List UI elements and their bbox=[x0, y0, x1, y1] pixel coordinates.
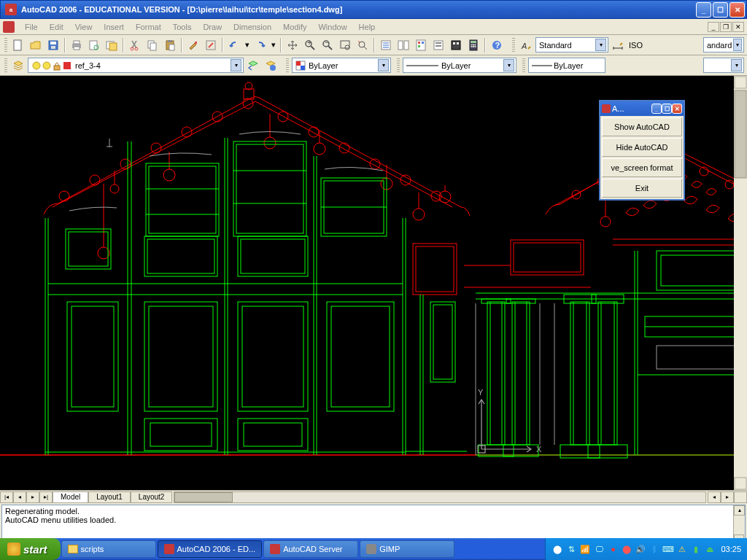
color-combo[interactable]: ByLayer ▾ bbox=[292, 58, 391, 73]
toolbar-grip[interactable] bbox=[4, 58, 7, 73]
menu-file[interactable]: File bbox=[19, 21, 44, 33]
open-button[interactable] bbox=[28, 37, 44, 53]
menu-view[interactable]: View bbox=[69, 21, 98, 33]
tray-volume-icon[interactable]: 🔊 bbox=[635, 543, 646, 555]
tab-layout2[interactable]: Layout2 bbox=[131, 491, 173, 503]
tray-monitor-icon[interactable]: 🖵 bbox=[593, 543, 605, 555]
tray-wifi-icon[interactable]: 📶 bbox=[579, 543, 591, 555]
menu-modify[interactable]: Modify bbox=[277, 21, 312, 33]
start-button[interactable]: start bbox=[0, 538, 61, 560]
dim-style-button[interactable] bbox=[610, 37, 626, 53]
toolbar-grip[interactable] bbox=[512, 38, 515, 52]
taskbar-autocad-server[interactable]: AutoCAD Server bbox=[263, 540, 358, 558]
popup-screen-format[interactable]: ve_screen format bbox=[602, 158, 682, 177]
hscroll-thumb[interactable] bbox=[174, 492, 233, 502]
taskbar-autocad[interactable]: AutoCAD 2006 - ED... bbox=[158, 540, 263, 558]
publish-button[interactable] bbox=[104, 37, 120, 53]
lineweight-combo[interactable]: ByLayer bbox=[528, 58, 605, 73]
layer-combo[interactable]: ref_3-4 ▾ bbox=[28, 58, 244, 73]
toolbar-grip[interactable] bbox=[286, 58, 289, 73]
text-style-button[interactable]: A bbox=[518, 37, 534, 53]
tray-app-icon[interactable]: ● bbox=[607, 543, 619, 555]
layer-states-button[interactable] bbox=[263, 58, 279, 74]
markup-button[interactable] bbox=[448, 37, 464, 53]
print-preview-button[interactable] bbox=[86, 37, 102, 53]
maximize-button[interactable]: ☐ bbox=[713, 2, 728, 18]
linetype-combo[interactable]: ByLayer ▾ bbox=[403, 58, 516, 73]
tray-keyboard-icon[interactable]: ⌨ bbox=[662, 543, 674, 555]
popup-maximize[interactable]: ☐ bbox=[662, 104, 672, 114]
menu-draw[interactable]: Draw bbox=[197, 21, 228, 33]
menu-window[interactable]: Window bbox=[312, 21, 352, 33]
mdi-minimize[interactable]: _ bbox=[708, 22, 719, 32]
sheet-set-button[interactable] bbox=[430, 37, 446, 53]
clock[interactable]: 03:25 bbox=[721, 545, 741, 553]
tray-icon[interactable]: ⬤ bbox=[551, 543, 563, 555]
undo-button[interactable] bbox=[226, 37, 242, 53]
toolbar-grip[interactable] bbox=[4, 38, 7, 52]
zoom-previous-button[interactable] bbox=[355, 37, 371, 53]
tray-network-icon[interactable]: ⇅ bbox=[565, 543, 577, 555]
help-button[interactable]: ? bbox=[489, 37, 505, 53]
new-button[interactable] bbox=[10, 37, 26, 53]
hscroll-left[interactable]: ◂ bbox=[708, 491, 721, 503]
paste-button[interactable] bbox=[162, 37, 178, 53]
popup-hide-autocad[interactable]: Hide AutoCAD bbox=[602, 138, 682, 157]
toolbar-grip[interactable] bbox=[522, 58, 525, 73]
popup-close[interactable]: ✕ bbox=[672, 104, 682, 114]
tray-shield-icon[interactable]: ⬤ bbox=[621, 543, 632, 555]
layer-manager-button[interactable] bbox=[10, 58, 26, 74]
close-button[interactable]: ✕ bbox=[729, 2, 745, 18]
redo-button[interactable] bbox=[252, 37, 268, 53]
menu-dimension[interactable]: Dimension bbox=[228, 21, 277, 33]
taskbar-gimp[interactable]: GIMP bbox=[360, 540, 454, 558]
pan-button[interactable] bbox=[285, 37, 301, 53]
layer-previous-button[interactable] bbox=[245, 58, 261, 74]
match-properties-button[interactable] bbox=[185, 37, 201, 53]
popup-exit[interactable]: Exit bbox=[602, 179, 682, 198]
tool-palettes-button[interactable] bbox=[413, 37, 429, 53]
redo-dropdown[interactable]: ▾ bbox=[270, 37, 277, 53]
menu-insert[interactable]: Insert bbox=[98, 21, 130, 33]
cut-button[interactable] bbox=[127, 37, 143, 53]
mdi-restore[interactable]: ❐ bbox=[720, 22, 732, 32]
properties-button[interactable] bbox=[378, 37, 394, 53]
taskbar-scripts[interactable]: scripts bbox=[61, 540, 156, 558]
zoom-window-button[interactable]: − bbox=[320, 37, 336, 53]
tray-battery-icon[interactable]: ▮ bbox=[690, 543, 702, 555]
hscroll-right[interactable]: ▸ bbox=[721, 491, 734, 503]
quickcalc-button[interactable] bbox=[465, 37, 481, 53]
tab-nav-last[interactable]: ▸| bbox=[39, 491, 53, 503]
popup-titlebar[interactable]: A... _ ☐ ✕ bbox=[600, 101, 684, 116]
table-style-combo[interactable]: andard▾ bbox=[703, 37, 744, 52]
mdi-close[interactable]: ✕ bbox=[732, 22, 744, 32]
toolbar-grip[interactable] bbox=[397, 58, 400, 73]
tab-layout1[interactable]: Layout1 bbox=[88, 491, 131, 503]
tray-bluetooth-icon[interactable]: ᛒ bbox=[649, 543, 660, 555]
menu-format[interactable]: Format bbox=[130, 21, 167, 33]
popup-minimize[interactable]: _ bbox=[651, 104, 662, 114]
save-button[interactable] bbox=[45, 37, 61, 53]
drawing-canvas[interactable]: X Y A... _ ☐ ✕ Show AutoCAD Hide AutoCAD… bbox=[0, 76, 747, 490]
tab-model[interactable]: Model bbox=[53, 491, 88, 503]
hscroll-track[interactable] bbox=[174, 491, 706, 503]
design-center-button[interactable] bbox=[395, 37, 411, 53]
popup-show-autocad[interactable]: Show AutoCAD bbox=[602, 117, 682, 136]
tray-eject-icon[interactable]: ⏏ bbox=[704, 543, 716, 555]
menu-edit[interactable]: Edit bbox=[44, 21, 69, 33]
text-style-combo[interactable]: Standard▾ bbox=[535, 37, 608, 52]
tab-nav-first[interactable]: |◂ bbox=[0, 491, 13, 503]
copy-button[interactable] bbox=[144, 37, 160, 53]
tray-warning-icon[interactable]: ⚠ bbox=[676, 543, 688, 555]
block-editor-button[interactable] bbox=[203, 37, 219, 53]
undo-dropdown[interactable]: ▾ bbox=[244, 37, 251, 53]
minimize-button[interactable]: _ bbox=[696, 2, 711, 18]
menu-help[interactable]: Help bbox=[353, 21, 382, 33]
menu-tools[interactable]: Tools bbox=[167, 21, 198, 33]
tab-nav-next[interactable]: ▸ bbox=[26, 491, 39, 503]
print-button[interactable] bbox=[69, 37, 85, 53]
plot-style-combo[interactable]: ▾ bbox=[703, 58, 744, 73]
tab-nav-prev[interactable]: ◂ bbox=[13, 491, 26, 503]
zoom-dropdown[interactable] bbox=[337, 37, 353, 53]
zoom-realtime-button[interactable]: + bbox=[302, 37, 318, 53]
